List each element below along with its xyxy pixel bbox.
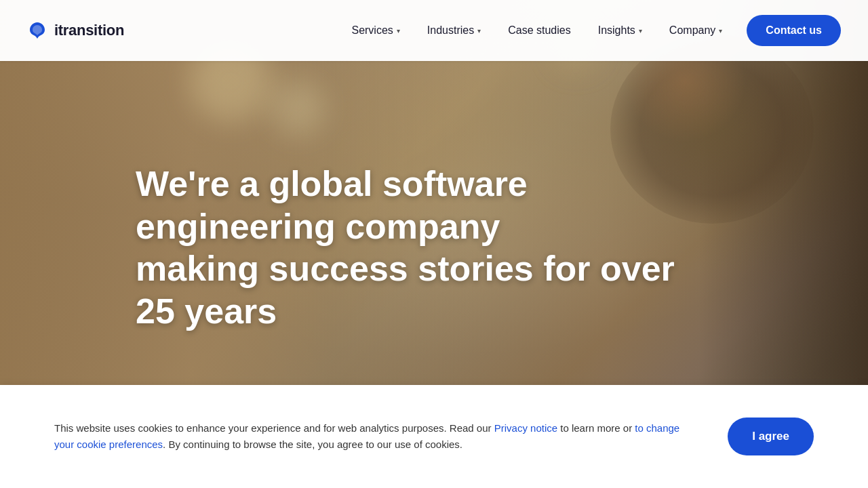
nav-item-industries: Industries ▾ (416, 18, 492, 43)
brand-name: itransition (54, 22, 124, 39)
nav-item-insights: Insights ▾ (587, 18, 653, 43)
chevron-down-icon: ▾ (719, 27, 722, 35)
chevron-down-icon: ▾ (477, 27, 481, 35)
nav-link-industries[interactable]: Industries ▾ (416, 18, 492, 43)
hero-title: We're a global software engineering comp… (136, 163, 719, 332)
nav-link-company[interactable]: Company ▾ (658, 18, 733, 43)
nav-item-services: Services ▾ (340, 18, 410, 43)
hero-content: We're a global software engineering comp… (136, 163, 719, 332)
agree-button[interactable]: I agree (728, 418, 814, 455)
logo-icon (27, 20, 47, 41)
nav-link-insights[interactable]: Insights ▾ (587, 18, 653, 43)
privacy-notice-link[interactable]: Privacy notice (494, 422, 557, 434)
navbar: itransition Services ▾ Industries ▾ Case… (0, 0, 868, 61)
nav-links: Services ▾ Industries ▾ Case studies Ins… (340, 18, 733, 43)
nav-item-case-studies: Case studies (497, 18, 582, 43)
nav-link-services[interactable]: Services ▾ (340, 18, 410, 43)
cookie-text: This website uses cookies to enhance you… (54, 420, 687, 453)
cookie-banner: This website uses cookies to enhance you… (0, 385, 868, 488)
nav-link-case-studies[interactable]: Case studies (497, 18, 582, 43)
chevron-down-icon: ▾ (397, 27, 400, 35)
contact-button[interactable]: Contact us (747, 15, 841, 46)
bokeh-2 (271, 81, 326, 136)
nav-item-company: Company ▾ (658, 18, 733, 43)
chevron-down-icon: ▾ (639, 27, 642, 35)
logo-link[interactable]: itransition (27, 20, 124, 41)
